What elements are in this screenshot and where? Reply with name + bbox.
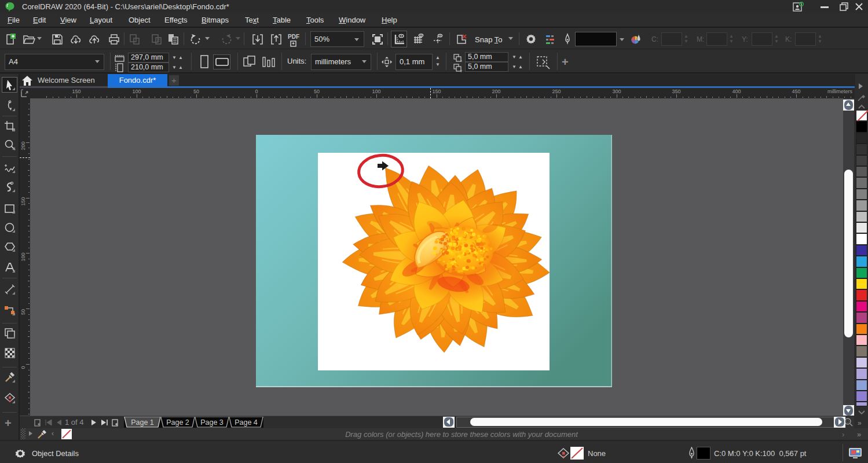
svg-text:y: y [460,69,462,72]
svg-text:Page 2: Page 2 [166,418,189,427]
svg-text:Page 3: Page 3 [200,418,224,427]
svg-text:Page 1: Page 1 [131,418,154,427]
svg-text:x: x [460,59,462,63]
svg-text:Page 4: Page 4 [235,418,258,427]
